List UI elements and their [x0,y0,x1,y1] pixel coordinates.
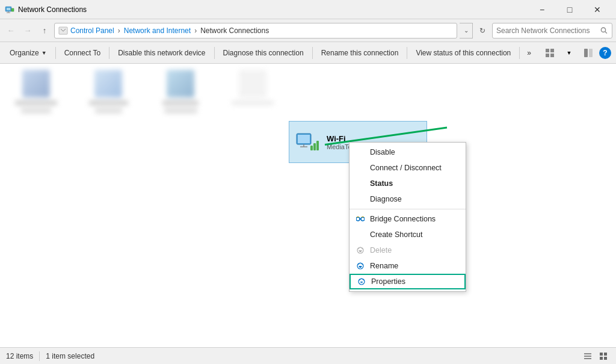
properties-icon-svg [357,277,366,286]
address-bar: ← → ↑ Control Panel › Network and Intern… [0,19,616,42]
ctx-status[interactable]: Status [350,176,466,191]
minimize-button[interactable]: − [528,0,556,19]
svg-rect-12 [584,49,588,57]
svg-rect-10 [546,54,549,57]
breadcrumb-network-internet[interactable]: Network and Internet [124,26,191,35]
blurred-network-items [6,70,283,113]
shortcut-icon [356,230,365,239]
connect-icon [356,163,365,173]
maximize-button[interactable]: □ [556,0,584,19]
ctx-rename[interactable]: Rename [350,258,466,274]
svg-rect-9 [550,49,554,52]
address-dropdown[interactable]: ⌄ [460,23,473,39]
view-icon [545,48,555,58]
svg-point-22 [361,217,365,221]
content-area: Wi-Fi MediaTek... Disable Connect / Disc… [0,64,616,347]
back-button[interactable]: ← [4,23,18,38]
address-field[interactable]: Control Panel › Network and Internet › N… [54,23,457,39]
help-button[interactable]: ? [599,47,611,59]
toolbar-divider-4 [312,47,313,59]
toolbar-divider-3 [214,47,215,59]
status-list-view[interactable] [581,350,594,363]
items-count: 12 items [6,352,33,360]
svg-point-21 [356,217,360,221]
window-icon [5,5,14,14]
toolbar-divider-5 [407,47,407,59]
list-view-icon [583,351,593,361]
svg-rect-1 [7,8,10,10]
disable-button[interactable]: Disable this network device [113,45,210,61]
status-icon [356,179,365,188]
rename-button[interactable]: Rename this connection [316,45,404,61]
svg-rect-18 [310,146,313,150]
toolbar-divider-6 [519,47,520,59]
refresh-button[interactable]: ↻ [475,23,490,38]
svg-rect-19 [313,143,316,150]
status-bar: 12 items 1 item selected [0,347,616,364]
bridge-connections-icon [356,214,365,224]
diagnose-button[interactable]: Diagnose this connection [218,45,309,61]
view-status-button[interactable]: View status of this connection [411,45,516,61]
svg-rect-13 [589,49,593,57]
toolbar-right: ▼ ? [541,45,611,61]
svg-rect-20 [316,141,319,150]
more-button[interactable]: » [523,45,535,61]
rename-icon [356,261,365,271]
forward-button[interactable]: → [20,23,35,38]
window-title: Network Connections [18,5,528,14]
bridge-icon-svg [356,215,365,223]
rename-icon-svg [356,262,365,270]
ctx-properties[interactable]: Properties [350,274,466,289]
status-grid-view[interactable] [597,350,610,363]
status-separator [39,351,40,361]
disable-icon [356,147,365,157]
wifi-icon [294,129,321,155]
breadcrumb-current: Network Connections [200,26,269,35]
toolbar: Organize ▼ Connect To Disable this netwo… [0,42,616,64]
properties-icon [357,277,366,286]
connect-to-button[interactable]: Connect To [60,45,106,61]
ctx-separator-1 [350,209,466,209]
title-bar-controls: − □ ✕ [528,0,611,19]
breadcrumb-control-panel[interactable]: Control Panel [70,26,114,35]
ctx-bridge-connections[interactable]: Bridge Connections [350,211,466,227]
toolbar-divider-1 [55,47,56,59]
pane-button[interactable] [580,45,597,61]
svg-line-7 [605,31,607,33]
svg-rect-15 [298,135,310,143]
wifi-icon-svg [294,129,321,155]
svg-rect-8 [546,49,549,52]
toolbar-divider-2 [109,47,109,59]
search-box[interactable] [492,23,612,39]
organize-button[interactable]: Organize ▼ [5,45,52,61]
ctx-create-shortcut[interactable]: Create Shortcut [350,227,466,242]
search-input[interactable] [496,26,598,35]
view-chevron[interactable]: ▼ [561,45,578,61]
location-icon [58,26,68,35]
svg-rect-33 [604,357,607,360]
ctx-diagnose[interactable]: Diagnose [350,191,466,207]
ctx-connect-disconnect[interactable]: Connect / Disconnect [350,160,466,176]
search-icon [600,26,608,35]
ctx-disable[interactable]: Disable [350,144,466,160]
svg-rect-30 [600,353,603,356]
ctx-delete: Delete [350,242,466,258]
context-menu: Disable Connect / Disconnect Status Diag… [349,142,466,292]
grid-view-icon [599,351,608,361]
svg-rect-32 [600,357,603,360]
close-button[interactable]: ✕ [584,0,611,19]
svg-rect-11 [550,54,554,57]
status-right [581,350,610,363]
selected-count: 1 item selected [46,352,94,360]
delete-icon [356,245,365,255]
svg-rect-31 [604,353,607,356]
view-options-button[interactable] [541,45,558,61]
pane-icon [584,48,593,58]
title-bar: Network Connections − □ ✕ [0,0,616,19]
delete-icon-svg [356,246,365,254]
svg-rect-5 [59,27,67,34]
svg-point-6 [602,27,606,31]
diagnose-icon [356,194,365,204]
up-button[interactable]: ↑ [37,23,52,38]
